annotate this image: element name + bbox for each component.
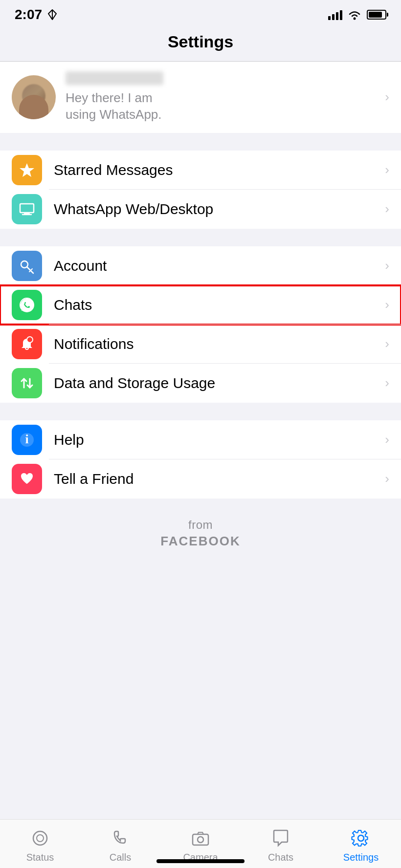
chats-label: Chats [54, 297, 385, 313]
profile-status: Hey there! I amusing WhatsApp. [66, 90, 375, 123]
data-storage-item[interactable]: Data and Storage Usage › [0, 364, 401, 403]
status-tab-label: Status [26, 852, 54, 863]
svg-rect-3 [20, 204, 34, 213]
battery-icon [367, 10, 386, 20]
section-gap-1 [0, 133, 401, 151]
account-item[interactable]: Account › [0, 246, 401, 285]
page-title: Settings [168, 32, 233, 51]
data-storage-label: Data and Storage Usage [54, 375, 385, 391]
notifications-label: Notifications [54, 336, 385, 352]
menu-group-2: Account › Chats › Notifications › [0, 246, 401, 403]
svg-marker-2 [20, 163, 34, 177]
whatsapp-icon [18, 296, 36, 314]
tab-calls[interactable]: Calls [91, 827, 150, 863]
tell-friend-chevron: › [385, 471, 389, 486]
facebook-brand: FACEBOOK [160, 534, 240, 548]
status-tab-icon [29, 827, 51, 849]
tab-status[interactable]: Status [11, 827, 69, 863]
svg-line-9 [29, 270, 31, 272]
calls-tab-icon [110, 827, 131, 849]
help-label: Help [54, 432, 385, 448]
svg-point-1 [354, 18, 356, 20]
chats-item[interactable]: Chats › [0, 285, 401, 325]
tab-camera[interactable]: Camera [171, 827, 230, 863]
starred-messages-chevron: › [385, 162, 389, 177]
account-label: Account [54, 258, 385, 274]
camera-tab-icon [190, 827, 211, 849]
status-bar: 2:07 [0, 0, 401, 27]
chats-chevron: › [385, 297, 389, 312]
profile-chevron: › [385, 89, 389, 105]
svg-point-16 [33, 831, 47, 845]
wifi-icon [347, 9, 362, 20]
chats-icon-bg [12, 290, 42, 320]
whatsapp-web-chevron: › [385, 201, 389, 217]
notifications-chevron: › [385, 336, 389, 351]
heart-icon [18, 470, 36, 488]
section-gap-2 [0, 229, 401, 246]
star-icon [18, 161, 36, 179]
svg-point-17 [37, 835, 44, 842]
calls-tab-label: Calls [110, 852, 131, 863]
notifications-item[interactable]: Notifications › [0, 325, 401, 364]
account-chevron: › [385, 258, 389, 273]
whatsapp-web-label: WhatsApp Web/Desktop [54, 201, 385, 217]
starred-messages-label: Starred Messages [54, 162, 385, 178]
status-icons [328, 9, 386, 20]
profile-name [66, 71, 163, 85]
svg-point-11 [27, 337, 33, 343]
data-storage-icon-bg [12, 368, 42, 398]
notifications-icon-bg [12, 329, 42, 359]
starred-messages-icon-bg [12, 155, 42, 185]
info-icon: i [18, 431, 36, 449]
whatsapp-web-icon-bg [12, 194, 42, 224]
section-gap-3 [0, 403, 401, 420]
svg-line-7 [27, 267, 33, 273]
tell-friend-icon-bg [12, 464, 42, 494]
chats-tab-icon [270, 827, 291, 849]
facebook-footer: from FACEBOOK [0, 499, 401, 564]
settings-tab-icon [350, 827, 372, 849]
signal-icon [328, 9, 342, 20]
location-icon [48, 9, 57, 20]
tell-friend-label: Tell a Friend [54, 471, 385, 487]
time-display: 2:07 [15, 7, 42, 22]
svg-text:i: i [25, 432, 28, 446]
status-time: 2:07 [15, 7, 57, 22]
tell-friend-item[interactable]: Tell a Friend › [0, 459, 401, 499]
starred-messages-item[interactable]: Starred Messages › [0, 151, 401, 190]
help-icon-bg: i [12, 425, 42, 455]
desktop-icon [18, 200, 36, 218]
help-item[interactable]: i Help › [0, 420, 401, 459]
menu-group-3: i Help › Tell a Friend › [0, 420, 401, 499]
arrows-icon [18, 374, 36, 392]
svg-point-20 [358, 835, 364, 841]
avatar [12, 75, 56, 119]
whatsapp-web-item[interactable]: WhatsApp Web/Desktop › [0, 190, 401, 229]
tab-chats[interactable]: Chats [251, 827, 310, 863]
menu-group-1: Starred Messages › WhatsApp Web/Desktop … [0, 151, 401, 229]
help-chevron: › [385, 432, 389, 447]
account-icon-bg [12, 251, 42, 281]
chats-tab-label: Chats [268, 852, 293, 863]
svg-point-19 [198, 837, 203, 843]
profile-section[interactable]: Hey there! I amusing WhatsApp. › [0, 62, 401, 133]
page-header: Settings [0, 27, 401, 61]
key-icon [18, 257, 36, 275]
data-storage-chevron: › [385, 375, 389, 391]
home-indicator [156, 859, 245, 863]
tab-settings[interactable]: Settings [332, 827, 390, 863]
bottom-spacer [0, 564, 401, 642]
settings-tab-label: Settings [343, 852, 379, 863]
from-text: from [0, 518, 401, 532]
profile-info: Hey there! I amusing WhatsApp. [66, 71, 375, 123]
bell-icon [18, 335, 36, 353]
svg-rect-18 [193, 834, 208, 845]
